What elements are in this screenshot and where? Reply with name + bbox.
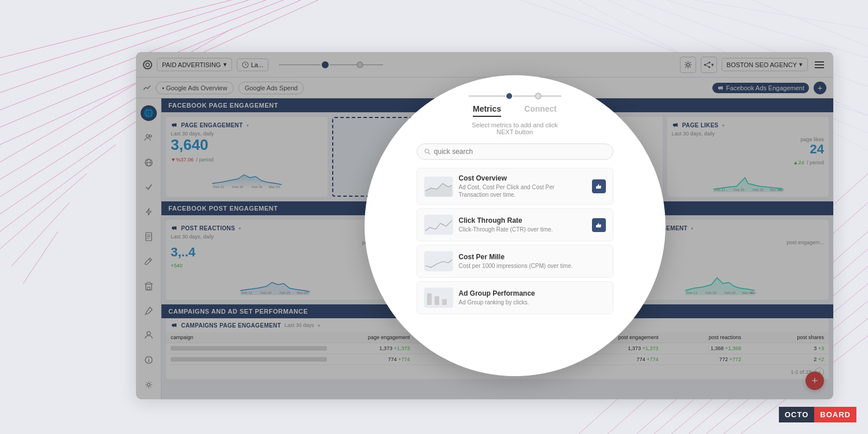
metric-item-cpm[interactable]: Cost Per Mille Cost per 1000 impressions… bbox=[417, 245, 613, 278]
svg-line-12 bbox=[12, 203, 69, 266]
dashboard-window: PAID ADVERTISING ▾ La... bbox=[136, 52, 833, 399]
metric-item-cost-overview[interactable]: Cost Overview Ad Cost, Cost Per Click an… bbox=[417, 168, 613, 205]
ad-group-desc: Ad Group ranking by clicks. bbox=[459, 299, 606, 306]
cost-overview-desc: Ad Cost, Cost Per Click and Cost Per Tra… bbox=[459, 183, 586, 198]
svg-line-9 bbox=[0, 116, 145, 214]
svg-line-29 bbox=[694, 0, 868, 29]
svg-line-92 bbox=[428, 153, 430, 155]
cost-overview-badge bbox=[592, 179, 606, 193]
svg-line-28 bbox=[665, 0, 868, 58]
svg-rect-95 bbox=[442, 299, 447, 305]
ad-group-title: Ad Group Performance bbox=[459, 289, 606, 297]
octoboard-branding: OCTO BOARD bbox=[779, 407, 856, 422]
svg-line-11 bbox=[0, 174, 87, 249]
modal-slider-track bbox=[463, 91, 567, 103]
svg-point-89 bbox=[506, 93, 513, 100]
brand-octo: OCTO bbox=[779, 407, 814, 422]
modal-subtitle: Select metrics to add and clickNEXT butt… bbox=[472, 122, 558, 135]
ctr-thumb bbox=[424, 215, 453, 235]
metric-item-ad-group[interactable]: Ad Group Performance Ad Group ranking by… bbox=[417, 281, 613, 314]
svg-line-10 bbox=[0, 145, 116, 231]
svg-point-90 bbox=[535, 93, 541, 99]
modal-tabs: Metrics Connect bbox=[473, 104, 557, 117]
ctr-badge bbox=[592, 218, 606, 232]
modal-tab-metrics[interactable]: Metrics bbox=[473, 104, 501, 117]
cpm-title: Cost Per Mille bbox=[459, 253, 606, 261]
ctr-desc: Click-Through Rate (CTR) over time. bbox=[459, 226, 586, 233]
svg-point-91 bbox=[425, 149, 429, 153]
metrics-modal: Metrics Connect Select metrics to add an… bbox=[365, 75, 665, 376]
svg-line-13 bbox=[23, 231, 58, 284]
cost-overview-title: Cost Overview bbox=[459, 174, 586, 182]
modal-tab-connect[interactable]: Connect bbox=[524, 104, 557, 117]
cpm-desc: Cost per 1000 impressions (CPM) over tim… bbox=[459, 262, 606, 270]
svg-rect-93 bbox=[427, 293, 432, 305]
metric-items-list: Cost Overview Ad Cost, Cost Per Click an… bbox=[417, 168, 613, 314]
svg-line-30 bbox=[752, 0, 868, 46]
brand-board: BOARD bbox=[814, 407, 856, 422]
ad-group-thumb bbox=[424, 288, 453, 308]
search-icon bbox=[424, 148, 431, 155]
ctr-title: Click Through Rate bbox=[459, 216, 586, 225]
search-input[interactable] bbox=[434, 148, 606, 156]
cpm-thumb bbox=[424, 251, 453, 271]
svg-line-0 bbox=[0, 0, 231, 58]
modal-search-box[interactable] bbox=[417, 144, 613, 160]
cost-overview-thumb bbox=[424, 176, 453, 197]
svg-rect-94 bbox=[435, 296, 439, 305]
metric-item-ctr[interactable]: Click Through Rate Click-Through Rate (C… bbox=[417, 208, 613, 241]
